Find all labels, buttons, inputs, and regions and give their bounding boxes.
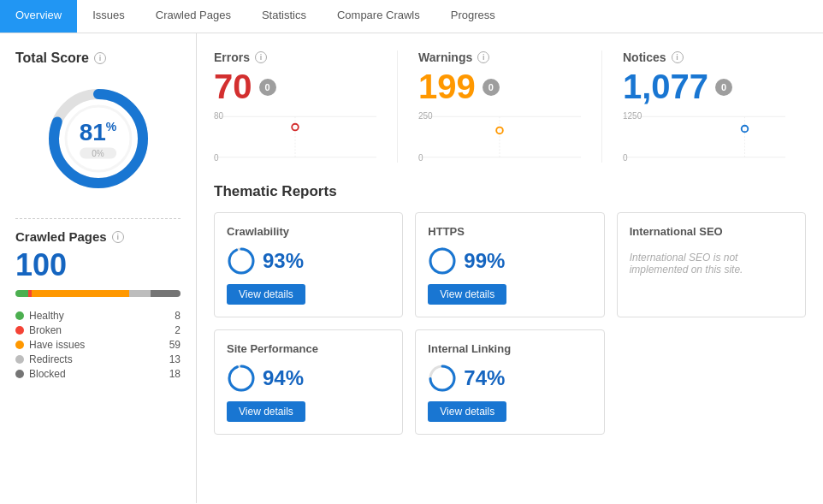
report-score-value-internal-linking: 74%	[464, 366, 505, 390]
report-title-international-seo: International SEO	[630, 225, 793, 238]
legend-item-healthy: Healthy 8	[15, 310, 181, 322]
view-details-button-site-performance[interactable]: View details	[227, 401, 305, 422]
crawled-pages-label: Crawled Pages	[15, 229, 107, 244]
view-details-button-crawlability[interactable]: View details	[227, 284, 305, 305]
legend-item-blocked: Blocked 18	[15, 368, 181, 380]
notices-label: Notices	[623, 50, 666, 64]
legend-item-redirects: Redirects 13	[15, 353, 181, 365]
errors-badge: 0	[259, 79, 276, 96]
crawled-progress-bar	[15, 290, 181, 297]
errors-metric: Errors i 70 0 80 0	[214, 50, 397, 163]
warnings-spark-svg	[418, 111, 581, 163]
legend-label-have-issues: Have issues	[29, 339, 85, 351]
report-card-https: HTTPS 99% View details	[415, 212, 604, 317]
report-card-crawlability: Crawlability 93% View details	[214, 212, 403, 317]
warnings-sparkline: 250 0	[418, 111, 581, 163]
errors-spark-svg	[214, 111, 376, 163]
report-note-international-seo: International SEO is not implemented on …	[630, 252, 793, 276]
legend-label-healthy: Healthy	[29, 310, 64, 322]
legend-label-blocked: Blocked	[29, 368, 66, 380]
warnings-metric: Warnings i 199 0 250 0	[397, 50, 601, 163]
report-score-value-site-performance: 94%	[263, 366, 304, 390]
total-score-header: Total Score i	[15, 50, 181, 66]
legend-count-broken: 2	[175, 324, 181, 336]
nav-tab-overview[interactable]: Overview	[0, 0, 77, 33]
legend-item-broken: Broken 2	[15, 324, 181, 336]
report-donut-internal-linking	[428, 364, 457, 393]
notices-sparkline: 1250 0	[623, 111, 785, 163]
warnings-label: Warnings	[418, 50, 472, 64]
nav-tab-statistics[interactable]: Statistics	[246, 0, 322, 33]
total-score-label: Total Score	[15, 50, 89, 66]
errors-sparkline: 80 0	[214, 111, 376, 163]
legend-dot-blocked	[15, 370, 24, 378]
report-score-value-https: 99%	[464, 249, 505, 273]
legend-item-have-issues: Have issues 59	[15, 339, 181, 351]
report-title-internal-linking: Internal Linking	[428, 342, 591, 355]
progress-segment-healthy	[15, 290, 28, 297]
warnings-value: 199	[418, 68, 476, 106]
report-card-site-performance: Site Performance 94% View details	[214, 329, 403, 435]
report-donut-site-performance	[227, 364, 256, 393]
notices-value: 1,077	[623, 68, 708, 106]
nav-tab-progress[interactable]: Progress	[435, 0, 511, 33]
reports-grid: Crawlability 93% View details HTTPS 99% …	[214, 212, 806, 435]
legend-dot-healthy	[15, 311, 24, 320]
svg-point-18	[430, 249, 454, 273]
notices-badge: 0	[715, 79, 732, 96]
report-score-value-crawlability: 93%	[263, 249, 304, 273]
legend-count-redirects: 13	[169, 353, 181, 365]
report-donut-crawlability	[227, 246, 256, 276]
progress-segment-redirects	[129, 290, 151, 297]
report-title-https: HTTPS	[428, 225, 591, 238]
legend-count-healthy: 8	[175, 310, 181, 322]
notices-spark-svg	[623, 111, 785, 163]
notices-spark-top: 1250	[623, 111, 642, 121]
legend-label-redirects: Redirects	[29, 353, 73, 365]
score-sub: 0%	[80, 148, 117, 159]
warnings-spark-top: 250	[418, 111, 433, 121]
nav-tab-crawled-pages[interactable]: Crawled Pages	[140, 0, 246, 33]
warnings-info-icon[interactable]: i	[477, 51, 489, 63]
legend-count-blocked: 18	[169, 368, 181, 380]
notices-info-icon[interactable]: i	[672, 51, 684, 63]
errors-label: Errors	[214, 50, 250, 64]
report-score-internal-linking: 74%	[428, 364, 591, 393]
errors-spark-top: 80	[214, 111, 223, 121]
errors-value: 70	[214, 68, 252, 106]
svg-point-16	[229, 249, 253, 273]
warnings-badge: 0	[483, 79, 500, 96]
crawled-pages-header: Crawled Pages i	[15, 229, 181, 244]
notices-metric: Notices i 1,077 0 1250 0	[601, 50, 806, 163]
score-value: 81%	[80, 119, 117, 146]
crawled-info-icon[interactable]: i	[112, 231, 124, 243]
report-card-international-seo: International SEOInternational SEO is no…	[617, 212, 806, 317]
legend-dot-have-issues	[15, 341, 24, 349]
errors-info-icon[interactable]: i	[255, 51, 267, 63]
thematic-section: Thematic Reports Crawlability 93% View d…	[214, 183, 806, 435]
svg-point-20	[229, 366, 253, 390]
progress-segment-have-issues	[32, 290, 129, 297]
view-details-button-https[interactable]: View details	[428, 284, 506, 305]
nav-tab-issues[interactable]: Issues	[77, 0, 140, 33]
nav-tab-compare-crawls[interactable]: Compare Crawls	[322, 0, 435, 33]
report-score-https: 99%	[428, 246, 591, 276]
warnings-spark-bottom: 0	[418, 153, 423, 163]
crawled-count: 100	[15, 247, 181, 283]
report-score-crawlability: 93%	[227, 246, 390, 276]
view-details-button-internal-linking[interactable]: View details	[428, 401, 506, 422]
panel-divider	[15, 218, 181, 219]
thematic-title: Thematic Reports	[214, 183, 806, 200]
report-card-internal-linking: Internal Linking 74% View details	[415, 329, 604, 435]
legend-dot-redirects	[15, 355, 24, 364]
legend-count-have-issues: 59	[169, 339, 181, 351]
right-panel: Errors i 70 0 80 0	[197, 33, 823, 503]
donut-chart: 81% 0%	[15, 83, 181, 194]
progress-segment-blocked	[151, 290, 181, 297]
total-score-info-icon[interactable]: i	[94, 52, 106, 64]
report-donut-https	[428, 246, 457, 276]
report-title-site-performance: Site Performance	[227, 342, 390, 355]
legend: Healthy 8 Broken 2 Have issues 59 Redire…	[15, 307, 181, 382]
left-panel: Total Score i 81% 0%	[0, 33, 197, 503]
errors-spark-bottom: 0	[214, 153, 219, 163]
